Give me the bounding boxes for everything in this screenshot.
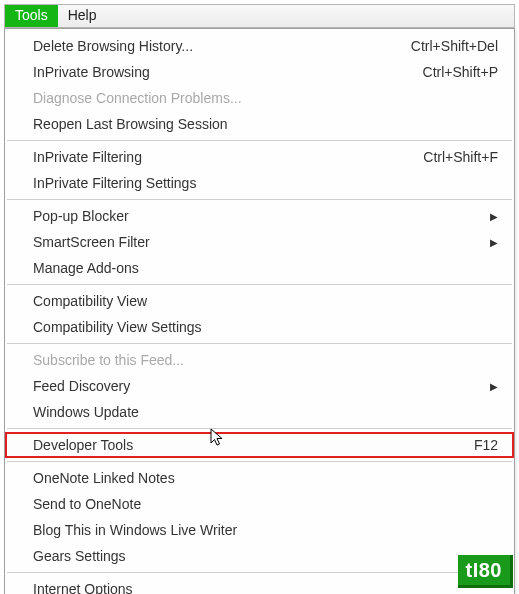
menu-item-diagnose-connection-problems: Diagnose Connection Problems... xyxy=(5,85,514,111)
menu-separator xyxy=(7,199,512,200)
menu-item-label: Reopen Last Browsing Session xyxy=(33,116,498,132)
menu-item-inprivate-filtering-settings[interactable]: InPrivate Filtering Settings xyxy=(5,170,514,196)
menu-item-smartscreen-filter[interactable]: SmartScreen Filter▶ xyxy=(5,229,514,255)
menu-item-label: Gears Settings xyxy=(33,548,498,564)
menu-item-inprivate-browsing[interactable]: InPrivate BrowsingCtrl+Shift+P xyxy=(5,59,514,85)
menu-item-label: Compatibility View xyxy=(33,293,498,309)
submenu-arrow-icon: ▶ xyxy=(470,211,498,222)
menu-separator xyxy=(7,572,512,573)
menubar-help[interactable]: Help xyxy=(58,5,107,27)
menu-item-label: SmartScreen Filter xyxy=(33,234,470,250)
menu-item-blog-this-in-windows-live-writer[interactable]: Blog This in Windows Live Writer xyxy=(5,517,514,543)
menu-item-feed-discovery[interactable]: Feed Discovery▶ xyxy=(5,373,514,399)
submenu-arrow-icon: ▶ xyxy=(470,237,498,248)
watermark-badge: tI80 xyxy=(458,555,513,588)
menu-item-windows-update[interactable]: Windows Update xyxy=(5,399,514,425)
menu-item-shortcut: Ctrl+Shift+P xyxy=(403,64,498,80)
menubar-tools[interactable]: Tools xyxy=(5,5,58,27)
menu-item-manage-add-ons[interactable]: Manage Add-ons xyxy=(5,255,514,281)
menu-item-onenote-linked-notes[interactable]: OneNote Linked Notes xyxy=(5,465,514,491)
submenu-arrow-icon: ▶ xyxy=(470,381,498,392)
menu-item-label: Subscribe to this Feed... xyxy=(33,352,498,368)
menu-item-label: OneNote Linked Notes xyxy=(33,470,498,486)
menu-item-label: InPrivate Filtering Settings xyxy=(33,175,498,191)
menu-separator xyxy=(7,284,512,285)
menu-item-shortcut: Ctrl+Shift+Del xyxy=(391,38,498,54)
menu-item-inprivate-filtering[interactable]: InPrivate FilteringCtrl+Shift+F xyxy=(5,144,514,170)
menu-item-label: Developer Tools xyxy=(33,437,454,453)
menu-item-label: Diagnose Connection Problems... xyxy=(33,90,498,106)
menu-separator xyxy=(7,343,512,344)
menu-item-gears-settings[interactable]: Gears Settings xyxy=(5,543,514,569)
menu-separator xyxy=(7,461,512,462)
menu-item-label: Manage Add-ons xyxy=(33,260,498,276)
menu-item-label: Internet Options xyxy=(33,581,498,594)
menu-separator xyxy=(7,140,512,141)
menu-item-send-to-onenote[interactable]: Send to OneNote xyxy=(5,491,514,517)
tools-dropdown-menu: Delete Browsing History...Ctrl+Shift+Del… xyxy=(4,28,515,594)
menu-item-label: Delete Browsing History... xyxy=(33,38,391,54)
menu-item-shortcut: Ctrl+Shift+F xyxy=(403,149,498,165)
menubar: Tools Help xyxy=(4,4,515,28)
menu-item-compatibility-view[interactable]: Compatibility View xyxy=(5,288,514,314)
menu-item-label: Send to OneNote xyxy=(33,496,498,512)
menu-item-delete-browsing-history[interactable]: Delete Browsing History...Ctrl+Shift+Del xyxy=(5,33,514,59)
menu-item-label: Feed Discovery xyxy=(33,378,470,394)
menu-item-pop-up-blocker[interactable]: Pop-up Blocker▶ xyxy=(5,203,514,229)
menu-item-label: Windows Update xyxy=(33,404,498,420)
menu-item-compatibility-view-settings[interactable]: Compatibility View Settings xyxy=(5,314,514,340)
menu-item-developer-tools[interactable]: Developer ToolsF12 xyxy=(5,432,514,458)
menu-item-label: Blog This in Windows Live Writer xyxy=(33,522,498,538)
menu-item-label: InPrivate Filtering xyxy=(33,149,403,165)
menu-item-label: Compatibility View Settings xyxy=(33,319,498,335)
menu-item-label: Pop-up Blocker xyxy=(33,208,470,224)
menu-item-internet-options[interactable]: Internet Options xyxy=(5,576,514,594)
menu-item-reopen-last-browsing-session[interactable]: Reopen Last Browsing Session xyxy=(5,111,514,137)
menu-separator xyxy=(7,428,512,429)
menu-item-shortcut: F12 xyxy=(454,437,498,453)
menu-item-label: InPrivate Browsing xyxy=(33,64,403,80)
menu-item-subscribe-to-this-feed: Subscribe to this Feed... xyxy=(5,347,514,373)
